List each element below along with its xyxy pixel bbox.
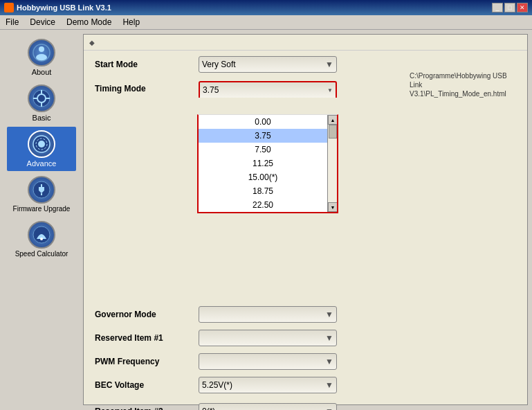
about-icon [28, 39, 55, 66]
pwm-freq-arrow: ▼ [325, 357, 333, 366]
sidebar: About Basic [0, 30, 83, 409]
menu-demo-mode[interactable]: Demo Mode [64, 17, 114, 28]
content-header: ◆ [84, 35, 527, 51]
window-title: Hobbywing USB Link V3.1 [4, 3, 111, 12]
timing-mode-row: Timing Mode 3.75 ▼ 0.00 3.75 7.50 [95, 81, 516, 197]
timing-mode-value: 3.75 [203, 85, 219, 95]
governor-mode-dropdown[interactable]: ▼ [199, 306, 337, 323]
content-area: ◆ C:\Programme\Hobbywing USB Link V3.1\P… [83, 34, 528, 405]
start-mode-value: Very Soft [202, 60, 236, 69]
sidebar-item-firmware[interactable]: Firmware Upgrade [7, 172, 76, 216]
scrollbar-thumb[interactable] [329, 125, 337, 139]
minimize-button[interactable]: _ [492, 3, 503, 12]
pwm-freq-row: PWM Frequency ▼ [95, 353, 516, 370]
bec-voltage-row: BEC Voltage 5.25V(*) ▼ [95, 377, 516, 393]
reserved2-arrow: ▼ [325, 407, 333, 410]
reserved2-value: 0(*) [202, 407, 215, 410]
menu-device[interactable]: Device [27, 17, 58, 28]
timing-mode-list: 0.00 3.75 7.50 11.25 15.00(*) 18.75 22.5… [197, 114, 338, 213]
scrollbar-track [328, 125, 337, 202]
reserved2-label: Reserved Item #2 [95, 407, 199, 410]
pwm-freq-label: PWM Frequency [95, 357, 199, 366]
sidebar-item-basic[interactable]: Basic [7, 81, 76, 125]
sidebar-item-speed[interactable]: Speed Calculator [7, 217, 76, 261]
start-mode-dropdown[interactable]: Very Soft ▼ [199, 56, 337, 73]
dropdown-scrollbar: ▲ ▼ [327, 115, 337, 212]
pwm-freq-dropdown[interactable]: ▼ [199, 353, 337, 370]
timing-mode-arrow: ▼ [327, 87, 333, 93]
timing-option-3[interactable]: 11.25 [199, 157, 327, 170]
advance-icon [28, 130, 55, 158]
svg-point-0 [39, 46, 44, 52]
sidebar-advance-label: Advance [27, 159, 57, 168]
sidebar-basic-label: Basic [33, 114, 51, 122]
bec-voltage-arrow: ▼ [325, 380, 333, 390]
bec-voltage-dropdown[interactable]: 5.25V(*) ▼ [199, 377, 337, 393]
timing-option-2[interactable]: 7.50 [199, 143, 327, 157]
sidebar-item-about[interactable]: About [7, 35, 76, 80]
basic-icon [28, 84, 55, 112]
timing-options: 0.00 3.75 7.50 11.25 15.00(*) 18.75 22.5… [199, 115, 327, 212]
timing-option-6[interactable]: 22.50 [199, 198, 327, 212]
timing-mode-selected[interactable]: 3.75 ▼ [199, 81, 337, 98]
reserved1-dropdown[interactable]: ▼ [199, 330, 337, 346]
main-container: About Basic [0, 30, 532, 409]
start-mode-row: Start Mode Very Soft ▼ [95, 56, 516, 73]
reserved2-row: Reserved Item #2 0(*) ▼ [95, 403, 516, 410]
bec-voltage-value: 5.25V(*) [202, 380, 232, 390]
start-mode-arrow: ▼ [325, 60, 333, 69]
close-button[interactable]: ✕ [517, 3, 528, 12]
governor-mode-arrow: ▼ [325, 310, 333, 319]
window-controls: _ □ ✕ [492, 3, 528, 12]
timing-mode-label: Timing Mode [95, 81, 199, 93]
maximize-button[interactable]: □ [504, 3, 515, 12]
content-body: C:\Programme\Hobbywing USB Link V3.1\PL_… [84, 51, 527, 410]
reserved1-row: Reserved Item #1 ▼ [95, 330, 516, 346]
sidebar-about-label: About [32, 68, 52, 76]
timing-option-0[interactable]: 0.00 [199, 115, 327, 129]
reserved1-label: Reserved Item #1 [95, 333, 199, 343]
svg-point-10 [38, 141, 45, 148]
scrollbar-up-button[interactable]: ▲ [328, 115, 338, 125]
title-bar: Hobbywing USB Link V3.1 _ □ ✕ [0, 0, 532, 15]
timing-option-5[interactable]: 18.75 [199, 184, 327, 198]
svg-point-16 [40, 238, 43, 240]
reserved1-arrow: ▼ [325, 333, 333, 343]
start-mode-label: Start Mode [95, 60, 199, 69]
timing-mode-dropdown-container: 3.75 ▼ 0.00 3.75 7.50 11.25 15.00(*) [199, 81, 337, 197]
sidebar-firmware-label: Firmware Upgrade [13, 205, 71, 213]
firmware-icon [28, 176, 55, 204]
governor-mode-label: Governor Mode [95, 310, 199, 319]
expand-icon: ◆ [89, 39, 95, 46]
speed-icon [28, 221, 55, 249]
menu-file[interactable]: File [3, 17, 21, 28]
sidebar-speed-label: Speed Calculator [15, 250, 68, 258]
menu-bar: File Device Demo Mode Help [0, 15, 532, 30]
scrollbar-down-button[interactable]: ▼ [328, 202, 338, 212]
app-icon [4, 3, 14, 12]
sidebar-item-advance[interactable]: Advance [7, 127, 76, 171]
menu-help[interactable]: Help [120, 17, 143, 28]
timing-option-4[interactable]: 15.00(*) [199, 170, 327, 184]
governor-mode-row: Governor Mode ▼ [95, 306, 516, 323]
bec-voltage-label: BEC Voltage [95, 380, 199, 390]
timing-option-1[interactable]: 3.75 [199, 129, 327, 143]
reserved2-dropdown[interactable]: 0(*) ▼ [199, 403, 337, 410]
